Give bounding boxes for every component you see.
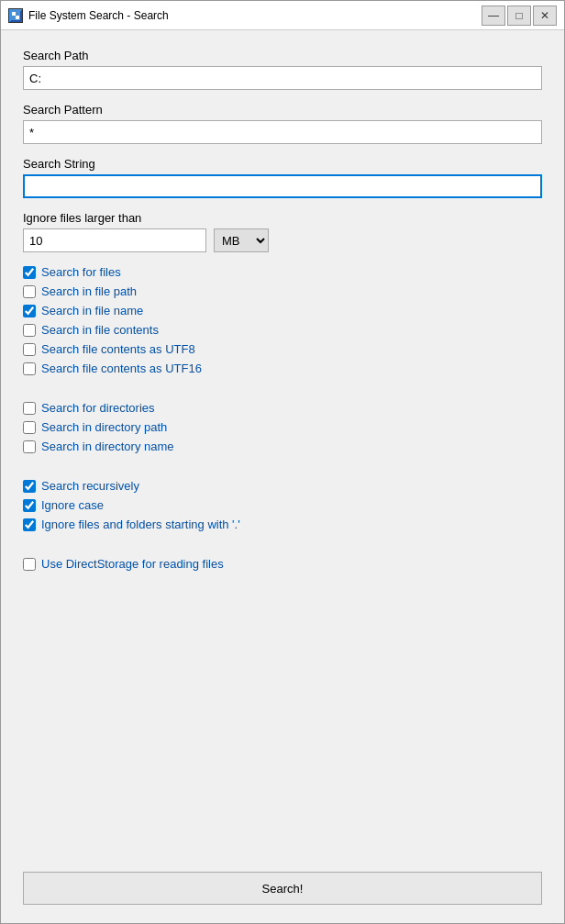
search-in-directory-name-checkbox[interactable] [23,440,36,453]
checkbox-search-in-file-contents[interactable]: Search in file contents [23,323,542,337]
ignore-case-checkbox[interactable] [23,499,36,512]
search-button[interactable]: Search! [23,872,542,905]
search-string-label: Search String [23,157,542,171]
search-file-contents-utf8-checkbox[interactable] [23,343,36,356]
directory-options-group: Search for directories Search in directo… [23,401,542,453]
search-in-file-path-checkbox[interactable] [23,285,36,298]
checkbox-ignore-dot-files[interactable]: Ignore files and folders starting with '… [23,518,542,531]
svg-rect-1 [12,12,16,16]
window-controls: — □ ✕ [482,6,557,26]
search-pattern-input[interactable] [23,120,542,144]
ignore-dot-files-label: Ignore files and folders starting with '… [41,518,240,531]
search-recursively-label: Search recursively [41,479,139,493]
divider-1 [23,390,542,401]
form-content: Search Path Search Pattern Search String… [1,30,564,872]
search-string-group: Search String [23,157,542,198]
search-pattern-label: Search Pattern [23,103,542,117]
search-for-files-label: Search for files [41,265,121,279]
divider-3 [23,546,542,557]
search-recursively-checkbox[interactable] [23,480,36,493]
close-button[interactable]: ✕ [533,6,557,26]
file-options-group: Search for files Search in file path Sea… [23,265,542,375]
general-options-group: Search recursively Ignore case Ignore fi… [23,479,542,531]
search-in-file-name-label: Search in file name [41,304,143,317]
search-path-input[interactable] [23,66,542,90]
ignore-size-group: Ignore files larger than KB MB GB [23,211,542,252]
search-for-directories-label: Search for directories [41,401,155,415]
search-in-file-name-checkbox[interactable] [23,305,36,317]
minimize-button[interactable]: — [482,6,505,26]
search-file-contents-utf8-label: Search file contents as UTF8 [41,342,195,356]
use-direct-storage-label: Use DirectStorage for reading files [41,557,224,571]
search-pattern-group: Search Pattern [23,103,542,144]
search-in-file-path-label: Search in file path [41,284,137,298]
checkbox-search-in-directory-name[interactable]: Search in directory name [23,440,542,453]
search-file-contents-utf16-label: Search file contents as UTF16 [41,362,202,375]
use-direct-storage-checkbox[interactable] [23,558,36,571]
checkbox-ignore-case[interactable]: Ignore case [23,498,542,512]
search-for-directories-checkbox[interactable] [23,402,36,415]
search-file-contents-utf16-checkbox[interactable] [23,362,36,375]
search-path-label: Search Path [23,49,542,62]
checkbox-search-file-contents-utf8[interactable]: Search file contents as UTF8 [23,342,542,356]
checkbox-use-direct-storage[interactable]: Use DirectStorage for reading files [23,557,542,571]
search-string-input[interactable] [23,174,542,198]
checkbox-search-in-file-path[interactable]: Search in file path [23,284,542,298]
checkbox-search-for-files[interactable]: Search for files [23,265,542,279]
window-title: File System Search - Search [28,9,482,22]
checkbox-search-recursively[interactable]: Search recursively [23,479,542,493]
unit-select[interactable]: KB MB GB [214,228,269,252]
main-window: File System Search - Search — □ ✕ Search… [0,0,565,924]
search-in-directory-path-checkbox[interactable] [23,421,36,434]
checkbox-search-in-file-name[interactable]: Search in file name [23,304,542,317]
title-bar: File System Search - Search — □ ✕ [1,1,564,30]
search-for-files-checkbox[interactable] [23,266,36,279]
ignore-size-label: Ignore files larger than [23,211,542,225]
search-in-directory-path-label: Search in directory path [41,420,167,434]
window-icon [8,8,23,23]
checkbox-search-file-contents-utf16[interactable]: Search file contents as UTF16 [23,362,542,375]
ignore-dot-files-checkbox[interactable] [23,518,36,531]
search-in-directory-name-label: Search in directory name [41,440,174,453]
divider-2 [23,468,542,479]
storage-options-group: Use DirectStorage for reading files [23,557,542,571]
ignore-case-label: Ignore case [41,498,104,512]
search-in-file-contents-label: Search in file contents [41,323,159,337]
ignore-size-inputs: KB MB GB [23,228,542,252]
search-in-file-contents-checkbox[interactable] [23,324,36,337]
search-path-group: Search Path [23,49,542,90]
checkbox-search-in-directory-path[interactable]: Search in directory path [23,420,542,434]
bottom-section: Search! [1,872,564,923]
maximize-button[interactable]: □ [507,6,531,26]
checkbox-search-for-directories[interactable]: Search for directories [23,401,542,415]
ignore-size-input[interactable] [23,228,206,252]
svg-rect-2 [16,16,19,19]
